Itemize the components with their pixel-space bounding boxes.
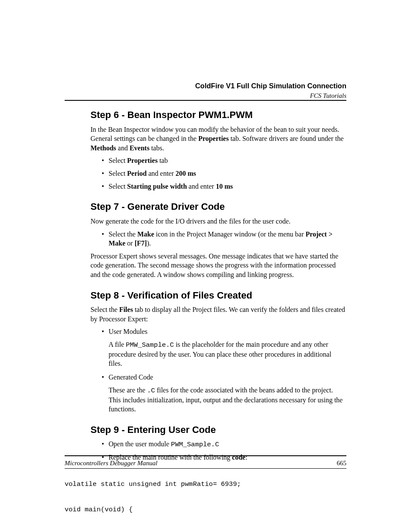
step7-intro: Now generate the code for the I/O driver… xyxy=(90,217,346,226)
step6-heading: Step 6 - Bean Inspector PWM1.PWM xyxy=(90,109,346,121)
step7-bullets: Select the Make icon in the Project Mana… xyxy=(102,230,346,248)
text: tabs. xyxy=(149,144,164,152)
chapter-title: ColdFire V1 Full Chip Simulation Connect… xyxy=(65,81,346,90)
list-item: Select Period and enter 200 ms xyxy=(102,169,346,178)
bold: Properties xyxy=(127,157,158,164)
text: Select xyxy=(109,183,127,190)
methods-word: Methods xyxy=(90,144,116,152)
text: A file xyxy=(109,341,126,348)
text: Select xyxy=(109,157,127,164)
step6-bullets: Select Properties tab Select Period and … xyxy=(102,156,346,191)
list-item: Select Starting pulse width and enter 10… xyxy=(102,182,346,191)
page-footer: Microcontrollers Debugger Manual 665 xyxy=(65,459,346,467)
list-item: Generated Code xyxy=(102,373,346,382)
text: User Modules xyxy=(109,328,147,335)
section-title: FCS Tutorials xyxy=(65,91,346,100)
text: Open the user module xyxy=(109,440,171,448)
bold: [F7] xyxy=(134,240,146,247)
step8-b2-desc: These are the .C files for the code asso… xyxy=(109,386,346,414)
bold: Make xyxy=(137,230,154,238)
bold: 10 ms xyxy=(216,183,233,190)
running-header: ColdFire V1 Full Chip Simulation Connect… xyxy=(65,81,346,100)
text: Generated Code xyxy=(109,373,153,381)
text: and xyxy=(116,144,130,152)
list-item: User Modules xyxy=(102,327,346,336)
step8-bullets: User Modules xyxy=(102,327,346,336)
code-inline: PWM_Sample.C xyxy=(171,441,219,448)
step8-bullets-2: Generated Code xyxy=(102,373,346,382)
step6-intro: In the Bean Inspector window you can mod… xyxy=(90,125,346,153)
bold: Starting pulse width xyxy=(127,183,187,190)
step9-heading: Step 9 - Entering User Code xyxy=(90,423,346,436)
text: These are the xyxy=(109,386,147,394)
code-inline: PMW_Sample.C xyxy=(126,341,174,349)
text: and enter xyxy=(187,183,216,190)
list-item: Open the user module PWM_Sample.C xyxy=(102,439,346,449)
bold: Files xyxy=(119,306,133,313)
bold: Period xyxy=(127,170,146,177)
code-line: volatile static unsigned int pwmRatio= 6… xyxy=(65,480,241,488)
events-word: Events xyxy=(130,144,149,152)
text: Select the xyxy=(90,306,119,313)
footer-rule xyxy=(65,455,346,456)
text: ). xyxy=(147,240,151,247)
code-inline: .C xyxy=(147,387,155,395)
text: and enter xyxy=(146,170,175,177)
step7-para2: Processor Expert shows several messages.… xyxy=(90,252,346,280)
step8-heading: Step 8 - Verification of Files Created xyxy=(90,289,346,302)
step8-intro: Select the Files tab to display all the … xyxy=(90,305,346,324)
code-block: volatile static unsigned int pwmRatio= 6… xyxy=(65,478,346,516)
text: tab. Software drivers are found under th… xyxy=(229,135,344,142)
document-page: ColdFire V1 Full Chip Simulation Connect… xyxy=(0,0,411,532)
step7-heading: Step 7 - Generate Driver Code xyxy=(90,200,346,213)
manual-title: Microcontrollers Debugger Manual xyxy=(65,460,158,467)
header-rule xyxy=(65,100,346,101)
properties-word: Properties xyxy=(198,135,229,142)
text: Select the xyxy=(109,230,137,238)
text: tab xyxy=(158,157,168,164)
code-line: void main(void) { xyxy=(65,506,133,513)
text: or xyxy=(125,240,134,247)
list-item: Select Properties tab xyxy=(102,156,346,165)
bold: 200 ms xyxy=(176,170,196,177)
step8-b1-desc: A file PMW_Sample.C is the placeholder f… xyxy=(109,340,346,368)
text: icon in the Project Manager window (or t… xyxy=(154,230,305,238)
page-number: 665 xyxy=(337,459,347,467)
text: Select xyxy=(109,170,127,177)
list-item: Select the Make icon in the Project Mana… xyxy=(102,230,346,248)
code-separator-rule xyxy=(65,468,346,469)
